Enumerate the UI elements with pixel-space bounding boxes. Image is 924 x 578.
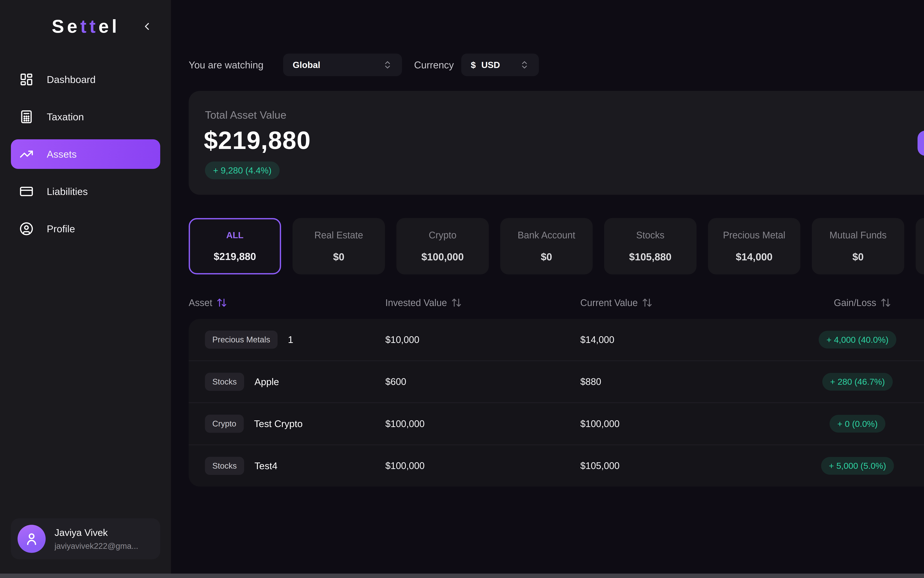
chevrons-up-down-icon <box>383 60 392 70</box>
currency-select-value: USD <box>481 60 500 70</box>
assets-table-header: Asset Invested Value Current Value Gain/… <box>189 295 924 310</box>
currency-label: Currency <box>414 59 454 71</box>
category-card-all[interactable]: ALL $219,880 <box>189 218 281 274</box>
sidebar-item-dashboard[interactable]: Dashboard <box>11 65 160 94</box>
calculator-icon <box>19 110 33 124</box>
sidebar-item-assets[interactable]: Assets <box>11 139 160 169</box>
user-circle-icon <box>19 222 33 236</box>
gain-loss-badge: + 280 (46.7%) <box>822 373 893 391</box>
total-asset-value-card: Total Asset Value $219,880 + 9,280 (4.4%… <box>189 91 924 195</box>
category-value: $219,880 <box>214 250 256 262</box>
chevrons-up-down-icon <box>520 60 529 70</box>
category-label: Mutual Funds <box>830 230 887 240</box>
total-asset-value-title: Total Asset Value <box>205 109 286 121</box>
total-change-badge: + 9,280 (4.4%) <box>205 161 279 179</box>
region-select[interactable]: Global <box>283 54 402 76</box>
category-label: Crypto <box>429 230 456 240</box>
app-logo: Settel <box>52 16 120 37</box>
topbar: You are watching Global Currency $USD <box>189 54 539 76</box>
invested-value-cell: $600 <box>385 376 406 387</box>
category-value: $100,000 <box>421 251 464 263</box>
header-gain-sort[interactable]: Gain/Loss <box>834 295 891 310</box>
category-card-stocks[interactable]: Stocks $105,880 <box>604 218 697 274</box>
user-email: javiyavivek222@gma... <box>55 541 138 550</box>
asset-category-tag: Stocks <box>205 373 244 391</box>
category-filter-row: ALL $219,880 Real Estate $0 Crypto $100,… <box>189 218 924 274</box>
assets-table: Precious Metals 1 $10,000 $14,000 + 4,00… <box>189 319 924 487</box>
sidebar-item-liabilities[interactable]: Liabilities <box>11 177 160 206</box>
category-value: $105,880 <box>629 251 671 263</box>
table-row: Precious Metals 1 $10,000 $14,000 + 4,00… <box>189 319 924 360</box>
sort-arrows-icon <box>642 297 653 308</box>
header-gain-label: Gain/Loss <box>834 297 876 308</box>
sort-arrows-icon <box>451 297 462 308</box>
category-card-crypto[interactable]: Crypto $100,000 <box>396 218 489 274</box>
header-asset-label: Asset <box>189 297 212 308</box>
category-label: ALL <box>226 230 244 240</box>
horizontal-scrollbar[interactable] <box>0 573 924 578</box>
gain-loss-badge: + 0 (0.0%) <box>830 415 885 433</box>
sort-arrows-icon <box>216 297 227 308</box>
header-current-label: Current Value <box>580 297 638 308</box>
sidebar: Settel Dashboard Taxation Assets <box>0 0 171 573</box>
category-label: Bank Account <box>518 230 575 240</box>
asset-name: Test4 <box>255 460 278 471</box>
current-value-cell: $100,000 <box>580 418 620 429</box>
category-label: Real Estate <box>314 230 363 240</box>
gain-loss-badge: + 4,000 (40.0%) <box>818 331 896 349</box>
category-value: $0 <box>541 251 552 263</box>
add-new-asset-button[interactable]: Add New Asset <box>918 131 924 156</box>
asset-name: 1 <box>288 334 293 345</box>
user-icon <box>24 531 39 547</box>
header-asset-sort[interactable]: Asset <box>189 295 227 310</box>
category-value: $14,000 <box>736 251 773 263</box>
header-current-sort[interactable]: Current Value <box>580 295 653 310</box>
current-value-cell: $14,000 <box>580 334 614 345</box>
sidebar-nav: Dashboard Taxation Assets Liabilities Pr… <box>11 65 160 244</box>
sidebar-item-label: Assets <box>47 148 77 160</box>
watching-label: You are watching <box>189 59 263 71</box>
currency-symbol: $ <box>471 60 476 70</box>
region-select-value: Global <box>293 60 320 70</box>
asset-name: Apple <box>255 376 279 387</box>
invested-value-cell: $10,000 <box>385 334 419 345</box>
total-asset-value-amount: $219,880 <box>204 126 311 155</box>
currency-select[interactable]: $USD <box>461 54 539 76</box>
category-label: Stocks <box>636 230 664 240</box>
sidebar-user-card[interactable]: Javiya Vivek javiyavivek222@gma... <box>11 518 160 559</box>
sidebar-item-label: Profile <box>47 223 75 234</box>
sort-arrows-icon <box>880 297 891 308</box>
credit-card-icon <box>19 184 33 198</box>
asset-name: Test Crypto <box>254 418 303 429</box>
asset-category-tag: Crypto <box>205 415 244 433</box>
current-value-cell: $105,000 <box>580 460 620 471</box>
trending-up-icon <box>19 147 33 161</box>
header-invested-label: Invested Value <box>385 297 447 308</box>
category-card-precious-metal[interactable]: Precious Metal $14,000 <box>708 218 801 274</box>
sidebar-item-profile[interactable]: Profile <box>11 214 160 244</box>
category-card-mutual-funds[interactable]: Mutual Funds $0 <box>812 218 904 274</box>
chevron-left-icon <box>141 21 153 32</box>
dashboard-grid-icon <box>19 72 33 86</box>
sidebar-item-label: Taxation <box>47 111 84 122</box>
asset-category-tag: Precious Metals <box>205 331 278 349</box>
gain-loss-badge: + 5,000 (5.0%) <box>821 457 894 475</box>
category-card-bank-account[interactable]: Bank Account $0 <box>500 218 593 274</box>
category-label: Precious Metal <box>723 230 785 240</box>
invested-value-cell: $100,000 <box>385 460 425 471</box>
category-value: $0 <box>852 251 864 263</box>
user-avatar <box>18 525 45 553</box>
invested-value-cell: $100,000 <box>385 418 425 429</box>
header-invested-sort[interactable]: Invested Value <box>385 295 462 310</box>
current-value-cell: $880 <box>580 376 601 387</box>
user-name: Javiya Vivek <box>55 527 138 538</box>
sidebar-collapse-button[interactable] <box>139 18 155 35</box>
category-value: $0 <box>333 251 344 263</box>
category-card-art-collectibles[interactable]: Art/Collectibles $0 <box>916 218 924 274</box>
sidebar-item-taxation[interactable]: Taxation <box>11 102 160 132</box>
asset-category-tag: Stocks <box>205 457 244 475</box>
table-row: Stocks Apple $600 $880 + 280 (46.7%) Edi… <box>189 360 924 403</box>
table-row: Crypto Test Crypto $100,000 $100,000 + 0… <box>189 403 924 445</box>
category-card-real-estate[interactable]: Real Estate $0 <box>292 218 385 274</box>
sidebar-item-label: Liabilities <box>47 186 88 197</box>
